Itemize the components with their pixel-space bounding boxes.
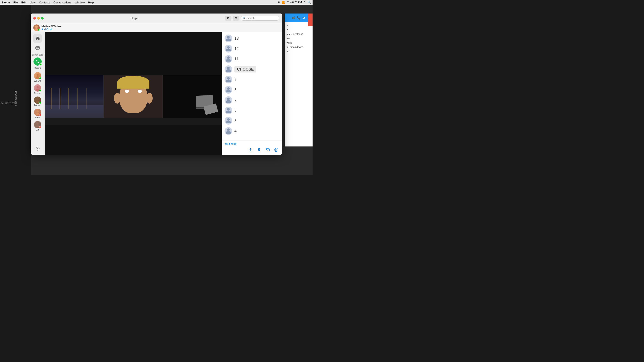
video-cell-equipment [163,75,222,118]
number-row-5[interactable]: 5 [222,116,282,126]
via-skype: via Skype [224,142,279,145]
contact-avatar-amaya [34,72,41,79]
number-avatar-12 [224,45,232,52]
user-name: Matias O'Brien [42,25,61,28]
bottom-actions [224,147,279,153]
sidebar-home[interactable] [33,34,42,43]
number-value-5: 5 [234,119,243,123]
number-row-7[interactable]: 7 [222,95,282,105]
number-row-4[interactable]: 4 [222,126,282,136]
number-avatar-13 [224,34,232,42]
contact-avatar-lexx [34,109,41,116]
menubar: Skype File Edit View Contacts Conversati… [0,0,312,5]
number-row-8[interactable]: 8 [222,85,282,95]
menubar-conversations[interactable]: Conversations [54,1,71,4]
number-avatar-5 [224,117,232,125]
number-avatar-6 [224,107,232,114]
contact-damon[interactable]: Damon [32,96,44,107]
chat-message-4: wn [286,37,311,40]
search-bar[interactable]: 🔍 [241,16,279,20]
call-active-indicator [40,63,42,66]
chat-strip: 📹 📞 ⚙ ✕ u y a sec XOXOXO wn while ou bre… [285,13,312,146]
search-input[interactable] [246,17,277,20]
number-avatar-4 [224,127,232,135]
facebook-call-label: Facebook Call [14,83,17,114]
traffic-lights [33,17,44,19]
user-avatar-wrap [33,24,40,31]
svg-point-6 [36,76,39,78]
minimize-button[interactable] [37,17,40,19]
message-action-icon[interactable] [265,147,271,153]
menubar-question[interactable]: ? [304,1,306,4]
settings-icon[interactable]: ⚙ [302,16,306,20]
svg-rect-2 [36,46,40,49]
phone-icon[interactable]: 📞 [297,16,300,20]
chat-messages: u y a sec XOXOXO wn while ou break down?… [285,22,312,146]
number-value-6: 6 [234,108,243,113]
video-call-icon[interactable]: 📹 [292,16,296,20]
number-row-11[interactable]: 11 [222,54,282,64]
lexx-name: Lexx [35,116,40,119]
number-avatar-11 [224,55,232,63]
contact-aj[interactable]: AJ [32,120,44,132]
emoji-action-icon[interactable] [273,147,279,153]
number-value-13: 13 [234,36,243,41]
menubar-contacts[interactable]: Contacts [39,1,50,4]
history-icon [36,146,40,151]
svg-point-17 [259,149,260,150]
menubar-display-icon: ⊞ [278,1,280,4]
user-credit[interactable]: Add Credit [42,28,61,30]
sidebar-history[interactable] [33,144,42,153]
title-bar: Skype ⊞ ⊟ 🔍 [31,13,282,23]
contact-amaya[interactable]: Amaya [32,71,44,83]
maximize-button[interactable] [41,17,44,19]
number-value-11: 11 [234,57,243,61]
video-cell-tunnel [45,75,104,118]
number-row-6[interactable]: 6 [222,105,282,116]
contact-serena[interactable]: Serena [32,83,44,95]
menubar-window[interactable]: Window [75,1,84,4]
menubar-file[interactable]: File [13,1,18,4]
number-row-12[interactable]: 12 [222,43,282,54]
contact-lexx[interactable]: Lexx [32,108,44,120]
svg-point-14 [36,125,39,127]
svg-point-0 [35,25,38,28]
number-row-choose[interactable]: CHOOSE [222,64,282,74]
svg-point-11 [36,110,39,113]
contact-avatar-damon [34,96,41,104]
svg-point-10 [36,101,39,103]
right-panel: 13 12 11 [222,32,282,155]
svg-point-9 [36,98,39,100]
aj-name: AJ [36,129,39,131]
number-row-13[interactable]: 13 [222,33,282,43]
menubar-wifi-icon: 📶 [282,1,285,4]
upload-action-icon[interactable] [248,147,254,153]
damon-status [39,102,41,104]
amaya-status [39,77,41,79]
main-body: Current Calls Recent [31,32,282,155]
serena-name: Serena [34,92,41,94]
call-button[interactable] [34,57,42,66]
compose-button[interactable]: ⊞ [225,16,231,20]
svg-point-19 [274,148,278,152]
menubar-help[interactable]: Help [88,1,94,4]
svg-point-20 [276,149,276,150]
grid-button[interactable]: ⊟ [233,16,239,20]
menubar-edit[interactable]: Edit [21,1,26,4]
current-calls-label: Current Calls [31,54,44,56]
menubar-search-icon[interactable]: 🔍 [308,1,311,4]
chat-message-6: ou break down? [286,45,311,48]
number-avatar-9 [224,76,232,83]
menubar-time: Thu 8:28 PM [287,1,302,4]
menubar-app-name[interactable]: Skype [2,1,10,4]
number-row-9[interactable]: 9 [222,74,282,85]
sidebar-chat[interactable] [33,44,42,52]
menubar-view[interactable]: View [30,1,36,4]
location-action-icon[interactable] [256,147,262,153]
sidebar: Current Calls Recent [31,32,45,155]
lexx-status [39,114,41,116]
close-button[interactable] [33,17,36,19]
video-grid [45,75,222,118]
number-list: 13 12 11 [222,32,282,140]
choose-label[interactable]: CHOOSE [234,66,256,72]
